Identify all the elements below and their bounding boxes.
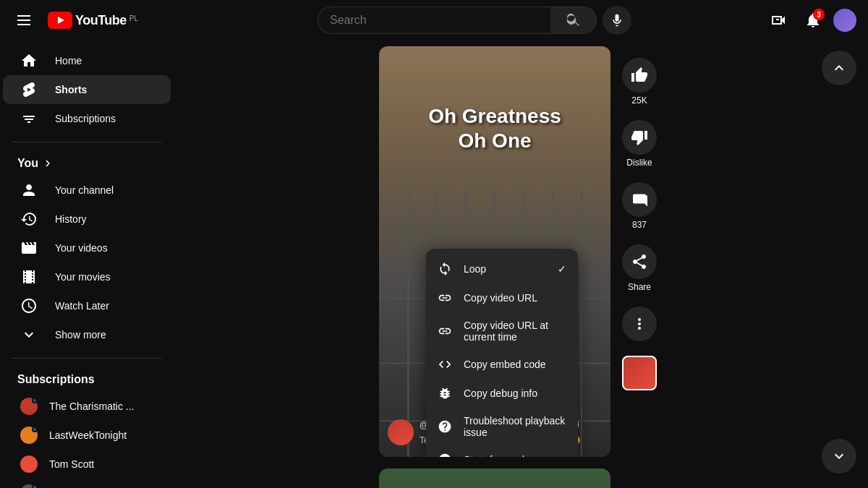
sub-avatar-lastweektonight xyxy=(20,427,38,444)
comments-circle xyxy=(622,182,657,217)
channel-avatar xyxy=(388,419,414,445)
menu-item-loop[interactable]: Loop ✓ xyxy=(426,254,578,283)
sidebar-shorts-label: Shorts xyxy=(55,84,87,95)
logo[interactable]: YouTube PL xyxy=(48,12,138,29)
you-section-title[interactable]: You xyxy=(0,151,174,176)
arrow-up-icon xyxy=(830,59,848,77)
person-icon xyxy=(20,181,38,199)
menu-troubleshoot-label: Troubleshoot playback issue xyxy=(464,415,566,438)
create-button[interactable] xyxy=(764,6,793,35)
menu-button[interactable] xyxy=(12,9,36,31)
menu-copy-url-time-label: Copy video URL at current time xyxy=(464,320,566,343)
menu-copy-debug-label: Copy debug info xyxy=(464,388,537,399)
scroll-down-button[interactable] xyxy=(822,439,856,474)
video-title-line1: Oh Greatness xyxy=(393,104,596,129)
menu-item-copy-url-time[interactable]: Copy video URL at current time xyxy=(426,312,578,350)
loop-icon xyxy=(438,262,452,276)
logo-text: YouTube xyxy=(75,13,127,28)
sidebar-item-home[interactable]: Home xyxy=(3,46,171,75)
menu-stats-label: Stats for nerds xyxy=(464,454,529,457)
like-circle xyxy=(622,58,657,93)
menu-item-copy-embed[interactable]: Copy embed code xyxy=(426,350,578,379)
scroll-up-button[interactable] xyxy=(822,51,856,85)
troubleshoot-icon xyxy=(438,419,452,434)
menu-copy-embed-label: Copy embed code xyxy=(464,359,546,370)
create-icon xyxy=(770,12,787,29)
menu-item-copy-url[interactable]: Copy video URL xyxy=(426,283,578,312)
header: YouTube PL xyxy=(0,0,868,40)
sidebar-divider-1 xyxy=(12,142,162,142)
search-input[interactable] xyxy=(318,7,550,34)
menu-item-stats[interactable]: Stats for nerds xyxy=(426,445,578,457)
sub-name-charismatic: The Charismatic ... xyxy=(49,401,134,412)
sidebar-item-history[interactable]: History xyxy=(3,205,171,234)
sidebar-item-watch-later[interactable]: Watch Later xyxy=(3,291,171,320)
chevron-down-icon xyxy=(20,326,38,343)
sidebar-home-label: Home xyxy=(55,55,82,67)
video-title-line2: Oh One xyxy=(393,129,596,153)
channel-avatar-thumb xyxy=(622,356,657,390)
sidebar-your-channel-label: Your channel xyxy=(55,184,114,196)
loop-check: ✓ xyxy=(558,263,566,275)
channel-avatar-action[interactable] xyxy=(616,350,663,396)
subscriptions-section-title: Subscriptions xyxy=(0,367,174,392)
comments-button[interactable]: 837 xyxy=(616,176,663,236)
dislike-circle xyxy=(622,120,657,155)
sidebar-sub-suede[interactable]: Suede HQ xyxy=(3,479,171,488)
you-label: You xyxy=(17,157,38,170)
home-icon xyxy=(20,52,38,69)
thumbs-up-icon xyxy=(631,67,648,84)
header-center xyxy=(191,6,758,35)
share-button[interactable]: Share xyxy=(616,239,663,298)
link-time-icon xyxy=(438,324,452,338)
search-bar xyxy=(318,6,631,35)
menu-item-troubleshoot[interactable]: Troubleshoot playback issue xyxy=(426,408,578,445)
sidebar-item-show-more[interactable]: Show more xyxy=(3,320,171,349)
movie-icon xyxy=(20,268,38,286)
logo-badge: PL xyxy=(129,14,138,22)
header-left: YouTube PL xyxy=(12,9,185,31)
sidebar-sub-tomscott[interactable]: Tom Scott xyxy=(3,450,171,479)
sidebar-sub-lastweektonight[interactable]: LastWeekTonight xyxy=(3,421,171,450)
next-short-preview[interactable] xyxy=(379,468,610,488)
more-icon xyxy=(631,315,648,333)
sidebar-subscriptions-label: Subscriptions xyxy=(55,113,116,124)
search-icon xyxy=(566,13,581,27)
sidebar-item-subscriptions[interactable]: Subscriptions xyxy=(3,104,171,133)
like-button[interactable]: 25K xyxy=(616,52,663,111)
more-button[interactable] xyxy=(616,301,663,347)
search-button[interactable] xyxy=(550,7,597,34)
menu-item-copy-debug[interactable]: Copy debug info xyxy=(426,379,578,408)
share-icon xyxy=(631,253,648,270)
video-text-overlay: Oh Greatness Oh One xyxy=(379,104,610,153)
voice-search-button[interactable] xyxy=(603,6,631,35)
sub-avatar-suede xyxy=(20,484,38,488)
side-actions: 25K Dislike 837 xyxy=(616,46,663,402)
stats-icon xyxy=(438,453,452,457)
avatar[interactable] xyxy=(833,9,856,32)
sub-name-tomscott: Tom Scott xyxy=(49,458,94,470)
dislike-button[interactable]: Dislike xyxy=(616,114,663,174)
sidebar-watch-later-label: Watch Later xyxy=(55,300,109,312)
sidebar-item-your-movies[interactable]: Your movies xyxy=(3,262,171,291)
shorts-icon xyxy=(20,81,38,98)
play-icon xyxy=(20,239,38,257)
sidebar-sub-charismatic[interactable]: The Charismatic ... xyxy=(3,392,171,421)
chevron-right-icon xyxy=(41,157,54,170)
sidebar-your-movies-label: Your movies xyxy=(55,271,111,283)
debug-icon xyxy=(438,386,452,401)
embed-icon xyxy=(438,357,452,372)
share-label: Share xyxy=(628,282,651,292)
sub-name-lastweektonight: LastWeekTonight xyxy=(49,429,127,441)
menu-loop-label: Loop xyxy=(464,263,486,275)
sidebar: Home Shorts Subscriptions You Your chann… xyxy=(0,40,174,488)
sidebar-item-your-videos[interactable]: Your videos xyxy=(3,234,171,262)
sidebar-show-more-label: Show more xyxy=(55,329,106,341)
thumbs-down-icon xyxy=(631,129,648,146)
sidebar-item-your-channel[interactable]: Your channel xyxy=(3,176,171,205)
context-menu: Loop ✓ Copy video URL xyxy=(426,249,578,457)
like-count: 25K xyxy=(631,95,647,106)
notifications-button[interactable]: 3 xyxy=(799,6,827,35)
short-video-player[interactable]: Oh Greatness Oh One @gizmothegreybird Su… xyxy=(379,46,610,457)
sidebar-item-shorts[interactable]: Shorts xyxy=(3,75,171,104)
